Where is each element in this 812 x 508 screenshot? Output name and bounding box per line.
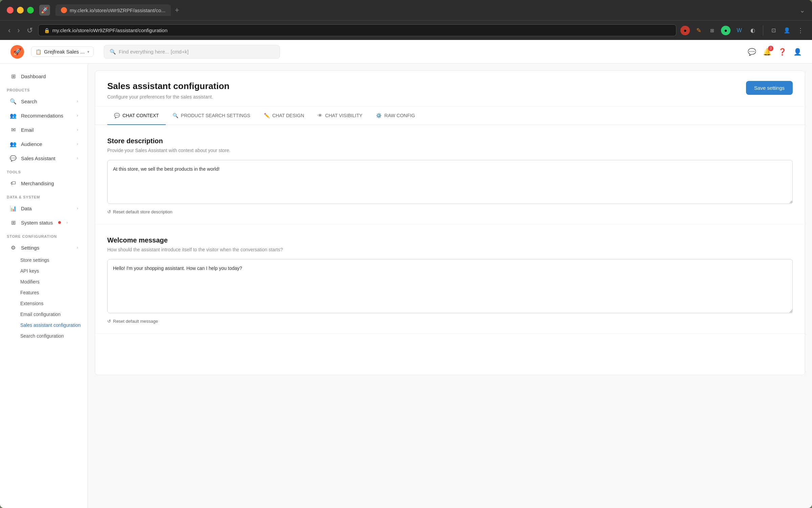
merchandising-icon: 🏷	[9, 179, 17, 187]
notifications-button[interactable]: 🔔 3	[763, 48, 771, 56]
extension-icon-4[interactable]: ●	[721, 26, 730, 35]
tab-favicon	[61, 7, 67, 13]
sidebar-item-email[interactable]: ✉ Email ›	[3, 123, 85, 137]
sub-item-email-configuration[interactable]: Email configuration	[14, 309, 88, 320]
global-search-input[interactable]: 🔍 Find everything here... [cmd+k]	[104, 45, 280, 59]
tab-menu-button[interactable]: ⌄	[799, 6, 805, 14]
user-profile-button[interactable]: 👤	[793, 48, 802, 56]
welcome-message-textarea[interactable]: Hello! I'm your shopping assistant. How …	[107, 259, 793, 313]
search-nav-icon: 🔍	[9, 98, 17, 105]
help-button[interactable]: ❓	[778, 48, 787, 56]
sidebar-section-tools: TOOLS	[0, 165, 88, 176]
sidebar-item-dashboard[interactable]: ⊞ Dashboard	[3, 69, 85, 83]
welcome-message-title: Welcome message	[107, 236, 793, 244]
sidebar-item-recommendations[interactable]: 👥 Recommendations ›	[3, 108, 85, 123]
close-button[interactable]	[7, 7, 14, 14]
audience-icon: 👥	[9, 140, 17, 148]
new-tab-button[interactable]: +	[175, 6, 179, 15]
sidebar-section-store-config: STORE CONFIGURATION	[0, 230, 88, 240]
sidebar-item-label-data: Data	[21, 206, 32, 211]
chat-design-tab-icon: ✏️	[264, 113, 270, 118]
store-description-textarea[interactable]: At this store, we sell the best products…	[107, 160, 793, 204]
tab-product-search-label: PRODUCT SEARCH SETTINGS	[181, 113, 250, 118]
store-selector[interactable]: 📋 Grejfreak Sales ... ▾	[31, 46, 94, 57]
reset-store-description-button[interactable]: ↺ Reset default store description	[107, 209, 793, 214]
store-description-subtitle: Provide your Sales Assistant with contex…	[107, 148, 793, 153]
page-header: Sales assistant configuration Configure …	[95, 71, 805, 107]
arrow-icon-settings: ›	[77, 245, 78, 250]
arrow-icon-email: ›	[77, 127, 78, 132]
browser-titlebar: 🚀 my.clerk.io/store/oWr9ZRPF/assistant/c…	[0, 0, 812, 20]
tab-chat-context[interactable]: 💬 CHAT CONTEXT	[107, 107, 166, 125]
reload-button[interactable]: ↺	[25, 25, 34, 36]
chat-visibility-tab-icon: 👁	[318, 113, 322, 118]
arrow-icon-search: ›	[77, 99, 78, 104]
tab-chat-visibility[interactable]: 👁 CHAT VISIBILITY	[311, 107, 369, 125]
app-logo-icon: 🚀	[10, 45, 24, 59]
extensions-button[interactable]: ⊡	[769, 26, 778, 35]
sub-item-search-configuration[interactable]: Search configuration	[14, 331, 88, 341]
sub-item-modifiers[interactable]: Modifiers	[14, 276, 88, 287]
extension-icon-5[interactable]: W	[735, 26, 744, 35]
profile-button[interactable]: 👤	[782, 26, 792, 35]
comments-button[interactable]: 💬	[748, 48, 756, 56]
lock-icon: 🔒	[44, 28, 50, 33]
sidebar-item-label-sales-assistant: Sales Assistant	[21, 155, 55, 161]
browser-tab-active[interactable]: my.clerk.io/store/oWr9ZRPF/assistant/co.…	[55, 4, 171, 16]
tab-raw-config-label: RAW CONFIG	[384, 113, 415, 118]
tab-chat-design[interactable]: ✏️ CHAT DESIGN	[257, 107, 311, 125]
sub-item-api-keys[interactable]: API keys	[14, 266, 88, 276]
sidebar-section-data-system: DATA & SYSTEM	[0, 190, 88, 201]
reset-welcome-message-button[interactable]: ↺ Reset default message	[107, 319, 793, 324]
browser-toolbar-icons: ● ✎ ⊞ ● W ◐ ⊡ 👤 ⋮	[680, 25, 805, 36]
sidebar-item-label-merchandising: Merchandising	[21, 181, 54, 186]
sidebar-item-label-email: Email	[21, 127, 34, 133]
search-icon: 🔍	[110, 49, 116, 55]
chat-context-tab-icon: 💬	[114, 113, 120, 118]
sub-item-features[interactable]: Features	[14, 287, 88, 298]
page-title: Sales assistant configuration	[107, 81, 229, 91]
notification-badge: 3	[768, 46, 773, 51]
sidebar-item-merchandising[interactable]: 🏷 Merchandising	[3, 176, 85, 190]
sub-item-store-settings[interactable]: Store settings	[14, 255, 88, 266]
sub-item-extensions[interactable]: Extensions	[14, 298, 88, 309]
search-placeholder: Find everything here... [cmd+k]	[119, 49, 188, 55]
sidebar-section-products: PRODUCTS	[0, 83, 88, 94]
extension-icon-3[interactable]: ⊞	[707, 26, 717, 35]
minimize-button[interactable]	[17, 7, 24, 14]
browser-toolbar: ‹ › ↺ 🔒 my.clerk.io/store/oWr9ZRPF/assis…	[0, 20, 812, 40]
traffic-lights	[7, 7, 34, 14]
maximize-button[interactable]	[27, 7, 34, 14]
sidebar-item-system-status[interactable]: ⊞ System status ›	[3, 215, 85, 230]
chevron-down-icon: ▾	[87, 49, 89, 54]
store-name: Grejfreak Sales ...	[44, 49, 85, 55]
save-settings-button[interactable]: Save settings	[746, 81, 793, 95]
back-button[interactable]: ‹	[7, 25, 12, 36]
arrow-icon-audience: ›	[77, 142, 78, 146]
reset-welcome-message-label: Reset default message	[113, 319, 158, 324]
tab-raw-config[interactable]: ⚙️ RAW CONFIG	[369, 107, 422, 125]
address-bar[interactable]: 🔒 my.clerk.io/store/oWr9ZRPF/assistant/c…	[38, 24, 676, 36]
sales-assistant-icon: 💬	[9, 154, 17, 162]
menu-button[interactable]: ⋮	[796, 26, 805, 35]
sidebar-item-sales-assistant[interactable]: 💬 Sales Assistant ›	[3, 151, 85, 165]
extension-icon-1[interactable]: ●	[680, 26, 690, 35]
sidebar-item-label-settings: Settings	[21, 245, 39, 251]
sidebar-item-search[interactable]: 🔍 Search ›	[3, 94, 85, 108]
sidebar-item-label-system-status: System status	[21, 220, 53, 226]
forward-button[interactable]: ›	[16, 25, 21, 36]
sidebar: ⊞ Dashboard PRODUCTS 🔍 Search › 👥 Recomm…	[0, 64, 88, 508]
reset-store-description-label: Reset default store description	[113, 209, 173, 214]
extension-icon-6[interactable]: ◐	[748, 26, 758, 35]
sidebar-item-audience[interactable]: 👥 Audience ›	[3, 137, 85, 151]
extension-icon-2[interactable]: ✎	[694, 26, 703, 35]
header-actions: 💬 🔔 3 ❓ 👤	[748, 48, 802, 56]
sub-item-sales-assistant-configuration[interactable]: Sales assistant configuration	[14, 320, 88, 331]
sidebar-item-data[interactable]: 📊 Data ›	[3, 201, 85, 215]
welcome-message-subtitle: How should the assistant introduce itsel…	[107, 247, 793, 252]
tab-chat-visibility-label: CHAT VISIBILITY	[325, 113, 362, 118]
browser-logo-icon: 🚀	[39, 5, 50, 16]
tab-product-search-settings[interactable]: 🔍 PRODUCT SEARCH SETTINGS	[166, 107, 257, 125]
sidebar-item-settings[interactable]: ⚙ Settings ›	[3, 240, 85, 255]
svg-text:🚀: 🚀	[13, 47, 22, 56]
